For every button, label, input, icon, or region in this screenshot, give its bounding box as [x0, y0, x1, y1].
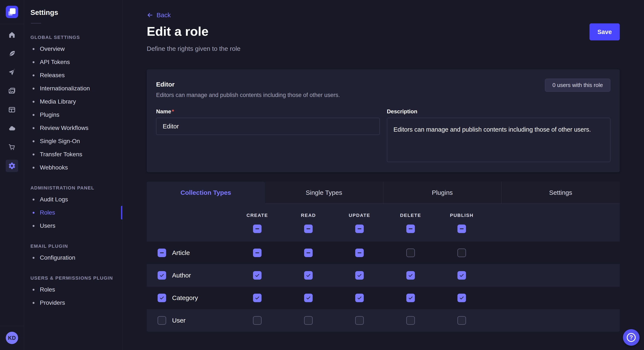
- bullet-icon: [32, 289, 34, 291]
- bullet-icon: [32, 61, 34, 63]
- role-card-header: Editor Editors can manage and publish co…: [156, 79, 610, 98]
- tab-settings[interactable]: Settings: [501, 181, 620, 204]
- sidebar-item-label: Webhooks: [40, 164, 68, 171]
- checkbox-category-publish[interactable]: [458, 294, 466, 302]
- checkbox-author-create[interactable]: [253, 271, 262, 280]
- checkbox-author-publish[interactable]: [458, 271, 466, 280]
- select-all-create-checkbox[interactable]: [253, 224, 262, 233]
- tab-collection-types[interactable]: Collection Types: [147, 181, 265, 204]
- checkbox-category-create[interactable]: [253, 294, 262, 302]
- select-all-update-checkbox[interactable]: [355, 224, 364, 233]
- checkbox-author-update[interactable]: [355, 271, 364, 280]
- sidebar-item-roles[interactable]: Roles: [24, 283, 122, 296]
- users-with-role-button[interactable]: 0 users with this role: [545, 79, 610, 92]
- permission-cell: [436, 249, 487, 257]
- sidebar-item-roles[interactable]: Roles: [24, 206, 122, 219]
- rail-button-home-icon[interactable]: [6, 29, 18, 41]
- sidebar-item-webhooks[interactable]: Webhooks: [24, 161, 122, 174]
- sidebar-item-label: Transfer Tokens: [40, 151, 82, 158]
- checkbox-user-delete[interactable]: [406, 316, 415, 325]
- sidebar-item-label: Users: [40, 222, 55, 229]
- indeterminate-dash-icon: [306, 228, 310, 229]
- checkbox-author-delete[interactable]: [406, 271, 415, 280]
- select-all-delete-checkbox[interactable]: [406, 224, 415, 233]
- checkbox-article-publish[interactable]: [458, 249, 466, 257]
- check-icon: [408, 273, 413, 278]
- checkbox-user-update[interactable]: [355, 316, 364, 325]
- sidebar-item-label: Media Library: [40, 98, 76, 105]
- checkbox-article-update[interactable]: [355, 249, 364, 257]
- checkbox-category-update[interactable]: [355, 294, 364, 302]
- strapi-logo-shape-front: [10, 8, 16, 14]
- check-icon: [459, 295, 464, 301]
- checkbox-article-create[interactable]: [253, 249, 262, 257]
- sidebar-item-label: Review Workflows: [40, 125, 88, 131]
- avatar[interactable]: KD: [6, 332, 18, 344]
- checkbox-category-read[interactable]: [304, 294, 313, 302]
- select-row-user-checkbox[interactable]: [158, 316, 166, 325]
- sidebar-item-plugins[interactable]: Plugins: [24, 108, 122, 121]
- sidebar-item-releases[interactable]: Releases: [24, 69, 122, 82]
- sidebar-item-providers[interactable]: Providers: [24, 296, 122, 309]
- permission-cell: [283, 249, 334, 257]
- checkbox-category-delete[interactable]: [406, 294, 415, 302]
- checkbox-user-publish[interactable]: [458, 316, 466, 325]
- back-link[interactable]: Back: [147, 11, 171, 19]
- rail-button-cloud-icon[interactable]: [6, 122, 18, 135]
- strapi-logo[interactable]: [6, 6, 18, 18]
- permission-cell: [436, 316, 487, 325]
- sidebar-item-single-sign-on[interactable]: Single Sign-On: [24, 135, 122, 148]
- sidebar-item-api-tokens[interactable]: API Tokens: [24, 55, 122, 69]
- sidebar-item-media-library[interactable]: Media Library: [24, 95, 122, 108]
- bullet-icon: [32, 140, 34, 142]
- permission-row-article: Article: [147, 242, 620, 264]
- role-description-textarea[interactable]: Editors can manage and publish contents …: [387, 118, 610, 162]
- sidebar-item-review-workflows[interactable]: Review Workflows: [24, 121, 122, 135]
- question-mark-icon: ?: [627, 333, 636, 342]
- rail-button-settings-gear-icon[interactable]: [6, 160, 18, 172]
- permission-cell: [385, 294, 436, 302]
- workplace-logo-wrap: [0, 0, 24, 24]
- section-label: USERS & PERMISSIONS PLUGIN: [30, 275, 122, 281]
- layout-icon: [8, 106, 16, 114]
- description-field-label: Description: [387, 108, 418, 115]
- rail-button-layout-icon[interactable]: [6, 104, 18, 116]
- rail-button-cart-icon[interactable]: [6, 141, 18, 153]
- checkbox-article-delete[interactable]: [406, 249, 415, 257]
- section-label: EMAIL PLUGIN: [30, 243, 122, 249]
- role-fields: Name* Description Editors can manage and…: [156, 108, 610, 163]
- bullet-icon: [32, 167, 34, 169]
- tab-plugins[interactable]: Plugins: [383, 181, 502, 204]
- role-name-input[interactable]: [156, 118, 380, 135]
- settings-sidebar: Settings GLOBAL SETTINGSOverviewAPI Toke…: [24, 0, 122, 350]
- permission-column-read: READ: [283, 213, 334, 233]
- bullet-icon: [32, 127, 34, 129]
- sidebar-item-label: Roles: [40, 286, 55, 293]
- tab-single-types[interactable]: Single Types: [265, 181, 383, 204]
- sidebar-item-users[interactable]: Users: [24, 219, 122, 232]
- checkbox-author-read[interactable]: [304, 271, 313, 280]
- select-row-article-checkbox[interactable]: [158, 249, 166, 257]
- checkbox-article-read[interactable]: [304, 249, 313, 257]
- rail-button-media-pictures-icon[interactable]: [6, 85, 18, 97]
- sidebar-item-internationalization[interactable]: Internationalization: [24, 82, 122, 95]
- permission-cell: [334, 249, 385, 257]
- sidebar-sections: GLOBAL SETTINGSOverviewAPI TokensRelease…: [24, 35, 122, 309]
- column-label: DELETE: [400, 213, 421, 218]
- save-button[interactable]: Save: [590, 23, 620, 40]
- sidebar-item-overview[interactable]: Overview: [24, 42, 122, 55]
- checkbox-user-read[interactable]: [304, 316, 313, 325]
- sidebar-item-transfer-tokens[interactable]: Transfer Tokens: [24, 148, 122, 161]
- checkbox-user-create[interactable]: [253, 316, 262, 325]
- select-row-category-checkbox[interactable]: [158, 294, 166, 302]
- rail-button-feather-icon[interactable]: [6, 47, 18, 60]
- select-all-read-checkbox[interactable]: [304, 224, 313, 233]
- sidebar-item-label: Audit Logs: [40, 196, 68, 203]
- help-button[interactable]: ?: [623, 329, 640, 346]
- rail-button-paper-plane-icon[interactable]: [6, 66, 18, 78]
- select-all-publish-checkbox[interactable]: [458, 224, 466, 233]
- select-row-author-checkbox[interactable]: [158, 271, 166, 280]
- sidebar-item-configuration[interactable]: Configuration: [24, 251, 122, 264]
- sidebar-item-audit-logs[interactable]: Audit Logs: [24, 193, 122, 206]
- permission-row-category: Category: [147, 287, 620, 309]
